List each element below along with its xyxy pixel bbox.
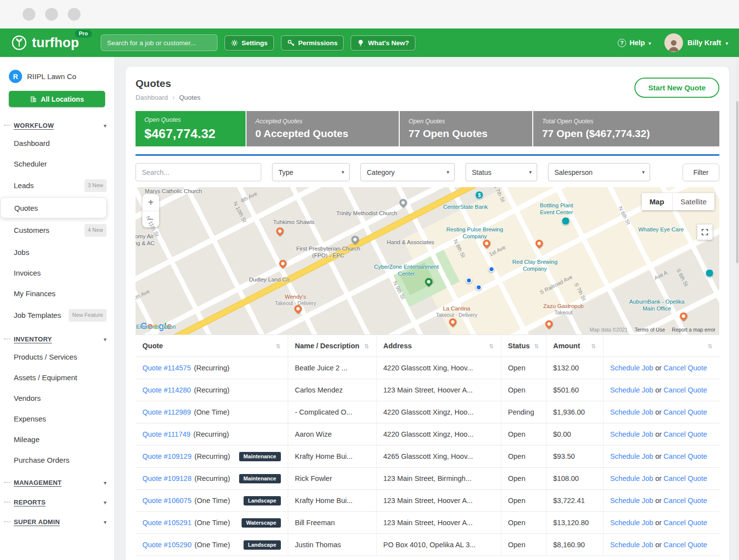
sidebar-item[interactable]: Mileage — [0, 429, 114, 449]
circ-teal-map-marker[interactable] — [562, 217, 570, 225]
cancel-quote-link[interactable]: Cancel Quote — [663, 386, 707, 394]
sidebar-item[interactable]: Leads 3 New — [0, 174, 114, 197]
section-header-workflow[interactable]: WORKFLOW — [0, 117, 114, 133]
table-search-input[interactable] — [136, 163, 261, 181]
sidebar-item[interactable]: Quotes — [0, 197, 107, 218]
sort-icon[interactable] — [275, 342, 280, 350]
schedule-job-link[interactable]: Schedule Job — [610, 452, 654, 460]
sort-icon[interactable] — [591, 342, 596, 350]
stat-segment[interactable]: Accepted Quotes 0 Accepted Quotes — [246, 111, 399, 146]
table-row[interactable]: Quote #106075 (One Time) Landscape Kraft… — [136, 490, 719, 512]
type-select[interactable]: Type — [272, 163, 350, 181]
quote-link[interactable]: Quote #109129 — [142, 452, 192, 460]
window-control-close[interactable] — [23, 8, 35, 21]
satellite-view-button[interactable]: Satellite — [673, 193, 714, 210]
circ-teal-map-marker[interactable] — [705, 269, 713, 277]
cancel-quote-link[interactable]: Cancel Quote — [663, 541, 707, 549]
dot-blue-map-marker[interactable] — [476, 284, 482, 290]
column-header[interactable]: Quote — [136, 335, 288, 357]
sidebar-item[interactable]: Expenses — [0, 408, 114, 429]
cancel-quote-link[interactable]: Cancel Quote — [663, 364, 707, 372]
stat-segment[interactable]: Open Quotes $467,774.32 — [136, 111, 246, 146]
start-new-quote-button[interactable]: Start New Quote — [634, 78, 719, 98]
sidebar-item[interactable]: Vendors — [0, 388, 114, 408]
schedule-job-link[interactable]: Schedule Job — [610, 386, 654, 394]
fullscreen-button[interactable] — [697, 224, 712, 240]
breadcrumb-dashboard[interactable]: Dashboard — [136, 94, 168, 101]
whats-new-button[interactable]: What's New? — [351, 35, 415, 51]
schedule-job-link[interactable]: Schedule Job — [610, 430, 654, 438]
sidebar-item[interactable]: Customers 4 New — [0, 219, 114, 242]
quote-link[interactable]: Quote #105291 — [142, 519, 192, 527]
page-scrollbar[interactable] — [736, 57, 739, 560]
section-header-reports[interactable]: REPORTS — [0, 494, 114, 509]
dot-blue-map-marker[interactable] — [466, 278, 472, 283]
table-row[interactable]: Quote #109128 (Recurring) Maintenance Ri… — [136, 468, 719, 490]
settings-button[interactable]: Settings — [224, 35, 274, 51]
schedule-job-link[interactable]: Schedule Job — [610, 408, 654, 416]
schedule-job-link[interactable]: Schedule Job — [610, 475, 654, 482]
quote-link[interactable]: Quote #105290 — [142, 541, 192, 549]
schedule-job-link[interactable]: Schedule Job — [610, 497, 654, 504]
user-name[interactable]: Billy Kraft — [687, 39, 721, 47]
table-row[interactable]: Quote #109129 (Recurring) Maintenance Kr… — [136, 446, 719, 468]
terms-of-use-link[interactable]: Terms of Use — [634, 327, 665, 333]
filter-button[interactable]: Filter — [683, 164, 719, 181]
zoom-in-button[interactable]: + — [142, 194, 159, 211]
cancel-quote-link[interactable]: Cancel Quote — [663, 519, 707, 527]
sidebar-item[interactable]: Job Templates New Feature — [0, 304, 114, 327]
column-header[interactable]: Status — [501, 335, 546, 357]
sort-icon[interactable] — [489, 342, 493, 350]
quote-link[interactable]: Quote #106075 — [142, 497, 192, 504]
table-row[interactable]: Quote #112989 (One Time) - Complicated O… — [136, 401, 719, 423]
cancel-quote-link[interactable]: Cancel Quote — [663, 475, 707, 482]
help-menu[interactable]: ? Help — [618, 39, 651, 47]
sidebar-item[interactable]: Jobs — [0, 242, 114, 262]
dot-blue-map-marker[interactable] — [489, 266, 494, 272]
quote-link[interactable]: Quote #114575 — [142, 364, 191, 372]
map-view-button[interactable]: Map — [642, 193, 673, 210]
quote-link[interactable]: Quote #111749 — [142, 430, 191, 438]
sort-icon[interactable] — [534, 342, 539, 350]
quote-link[interactable]: Quote #114280 — [142, 386, 191, 394]
column-header[interactable]: Name / Description — [288, 335, 376, 357]
report-map-error-link[interactable]: Report a map error — [672, 327, 715, 333]
status-select[interactable]: Status — [465, 163, 537, 181]
company-row[interactable]: R RIIPL Lawn Co — [0, 68, 114, 91]
section-header-super-admin[interactable]: SUPER ADMIN — [0, 513, 114, 529]
map[interactable]: + − Map Satellite Google Map data ©2021 … — [136, 187, 719, 335]
window-control-minimize[interactable] — [45, 8, 58, 21]
all-locations-button[interactable]: All Locations — [9, 91, 105, 107]
zoom-out-button[interactable]: − — [142, 211, 159, 227]
column-header[interactable]: Address — [376, 335, 501, 357]
sidebar-item[interactable]: Assets / Equipment — [0, 367, 114, 388]
scrollbar-thumb[interactable] — [736, 101, 739, 263]
table-row[interactable]: Quote #105290 (One Time) Landscape Justi… — [136, 534, 719, 556]
sort-icon[interactable] — [364, 342, 369, 350]
section-header-inventory[interactable]: INVENTORY — [0, 331, 114, 346]
sidebar-item[interactable]: Invoices — [0, 262, 114, 283]
schedule-job-link[interactable]: Schedule Job — [610, 541, 654, 549]
sidebar-item[interactable]: Scheduler — [0, 153, 114, 174]
table-row[interactable]: Quote #114280 (Recurring) Carlos Mendez … — [136, 379, 719, 401]
quote-link[interactable]: Quote #112989 — [142, 408, 191, 416]
global-search-input[interactable] — [101, 34, 218, 51]
sort-icon[interactable] — [708, 342, 712, 350]
column-header[interactable]: Amount — [546, 335, 603, 357]
quote-link[interactable]: Quote #109128 — [142, 475, 192, 482]
cancel-quote-link[interactable]: Cancel Quote — [663, 430, 707, 438]
google-logo[interactable]: Google — [140, 321, 172, 332]
schedule-job-link[interactable]: Schedule Job — [610, 519, 654, 527]
sidebar-item[interactable]: Purchase Orders — [0, 449, 114, 470]
stat-segment[interactable]: Total Open Quotes 77 Open ($467,774.32) — [533, 111, 719, 146]
avatar[interactable] — [664, 33, 683, 52]
cancel-quote-link[interactable]: Cancel Quote — [663, 497, 707, 504]
schedule-job-link[interactable]: Schedule Job — [610, 364, 654, 372]
sidebar-item[interactable]: Products / Services — [0, 346, 114, 367]
sidebar-item[interactable]: My Finances — [0, 283, 114, 304]
salesperson-select[interactable]: Salesperson — [548, 163, 650, 181]
table-row[interactable]: Quote #111749 (Recurring) Aaron Wize 422… — [136, 423, 719, 446]
sidebar-item[interactable]: Dashboard — [0, 133, 114, 153]
section-header-management[interactable]: MANAGEMENT — [0, 474, 114, 490]
window-control-maximize[interactable] — [68, 8, 81, 21]
